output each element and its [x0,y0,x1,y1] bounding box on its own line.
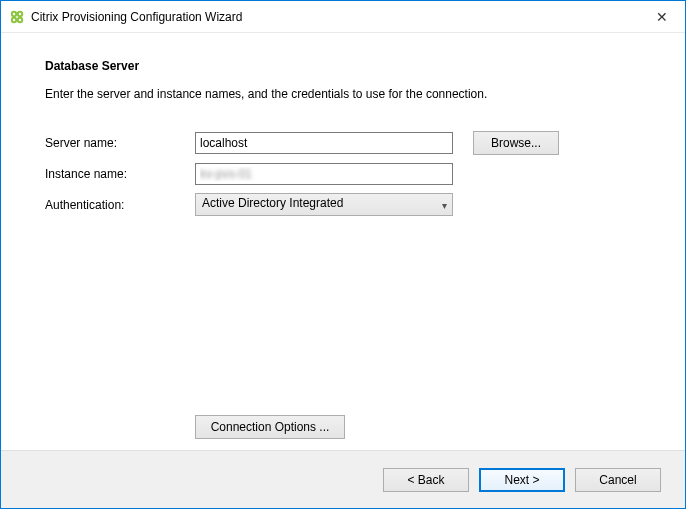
svg-point-4 [13,12,15,14]
window-title: Citrix Provisioning Configuration Wizard [31,10,242,24]
svg-point-7 [19,18,21,20]
app-icon [9,9,25,25]
svg-point-6 [13,18,15,20]
instance-name-label: Instance name: [45,167,195,181]
next-button[interactable]: Next > [479,468,565,492]
server-name-label: Server name: [45,136,195,150]
authentication-select[interactable]: Active Directory Integrated [195,193,453,216]
server-row: Server name: Browse... [45,131,645,155]
footer: < Back Next > Cancel [1,450,685,508]
cancel-button[interactable]: Cancel [575,468,661,492]
instance-name-input[interactable] [195,163,453,185]
authentication-select-wrap[interactable]: Active Directory Integrated ▾ [195,193,453,216]
titlebar: Citrix Provisioning Configuration Wizard… [1,1,685,33]
server-name-input[interactable] [195,132,453,154]
authentication-row: Authentication: Active Directory Integra… [45,193,645,216]
svg-point-5 [19,12,21,14]
back-button[interactable]: < Back [383,468,469,492]
page-heading: Database Server [45,59,645,73]
connection-options-button[interactable]: Connection Options ... [195,415,345,439]
instance-row: Instance name: [45,163,645,185]
close-button[interactable]: ✕ [639,1,685,33]
content-area: Database Server Enter the server and ins… [1,33,685,450]
browse-button[interactable]: Browse... [473,131,559,155]
page-description: Enter the server and instance names, and… [45,87,645,101]
close-icon: ✕ [656,9,668,25]
wizard-window: Citrix Provisioning Configuration Wizard… [0,0,686,509]
authentication-label: Authentication: [45,198,195,212]
